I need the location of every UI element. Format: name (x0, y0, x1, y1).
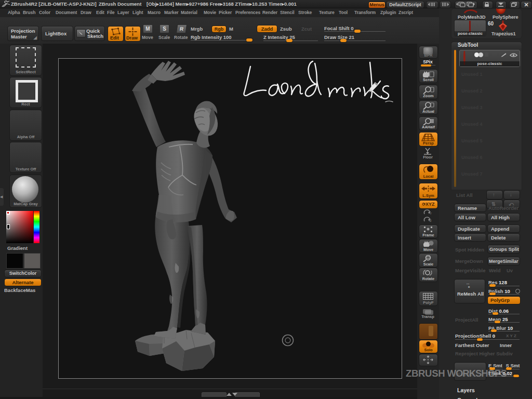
svg-text:Y: Y (430, 212, 432, 215)
svg-text:Z: Z (430, 219, 432, 222)
